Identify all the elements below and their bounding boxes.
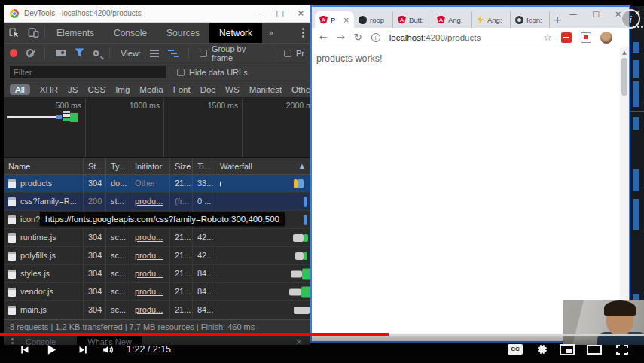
- filter-input[interactable]: [10, 66, 166, 78]
- devtools-tab-sources[interactable]: Sources: [157, 23, 209, 43]
- preserve-log-checkbox[interactable]: [284, 50, 291, 57]
- scrollbar[interactable]: ▲: [620, 47, 629, 341]
- browser-minimize-button[interactable]: —: [569, 9, 578, 18]
- sort-ascending-icon[interactable]: ▲: [300, 158, 304, 174]
- column-header-st[interactable]: St...: [84, 158, 106, 174]
- type-filter-doc[interactable]: Doc: [200, 85, 215, 94]
- request-row-products[interactable]: products304do...Other21...33...: [4, 175, 310, 193]
- fullscreen-button[interactable]: [615, 342, 630, 357]
- type-filter-media[interactable]: Media: [139, 85, 163, 94]
- tab-close-icon[interactable]: ×: [343, 16, 349, 24]
- fullscreen-icon: [616, 345, 628, 355]
- type-filter-font[interactable]: Font: [173, 85, 191, 94]
- captions-button[interactable]: CC: [508, 342, 523, 357]
- devtools-tab-elements[interactable]: Elements: [47, 23, 104, 43]
- settings-gear-icon[interactable]: [534, 342, 549, 357]
- type-filter-img[interactable]: Img: [115, 85, 130, 94]
- hide-data-urls-checkbox[interactable]: [177, 69, 185, 76]
- device-toolbar-icon[interactable]: [23, 23, 43, 43]
- type-filter-other[interactable]: Other: [291, 85, 310, 94]
- request-initiator-cell[interactable]: produ...: [130, 193, 170, 210]
- previous-video-button[interactable]: [17, 342, 32, 357]
- request-row-css-family-R-[interactable]: css?family=R...200st...produ...(fr...0 .…: [4, 193, 310, 211]
- type-filter-all[interactable]: All: [10, 84, 30, 95]
- view-list-icon[interactable]: [150, 50, 160, 57]
- column-header-ti[interactable]: Ti...: [193, 158, 215, 174]
- browser-tab-roop[interactable]: roop: [354, 11, 393, 28]
- browser-tab-p[interactable]: P×: [315, 11, 354, 28]
- devtools-close-button[interactable]: ×: [298, 8, 304, 18]
- capture-screenshots-icon[interactable]: [56, 50, 66, 56]
- extension-icon-red[interactable]: [561, 32, 572, 43]
- type-filter-ws[interactable]: WS: [225, 85, 240, 94]
- forward-icon[interactable]: →: [337, 32, 345, 42]
- request-row-polyfills-js[interactable]: polyfills.js304sc...produ...21...42...: [4, 247, 310, 265]
- group-by-frame-checkbox[interactable]: [200, 50, 207, 57]
- column-header-ty[interactable]: Ty...: [106, 158, 130, 174]
- new-tab-button[interactable]: +: [550, 11, 565, 28]
- request-initiator-cell[interactable]: produ...: [130, 301, 170, 319]
- play-button[interactable]: [44, 342, 59, 357]
- scrollbar-up-arrow[interactable]: ▲: [620, 47, 629, 56]
- column-header-size[interactable]: Size: [170, 158, 193, 174]
- type-filter-manifest[interactable]: Manifest: [249, 85, 282, 94]
- request-initiator-cell[interactable]: produ...: [130, 247, 170, 264]
- column-header-waterfall[interactable]: Waterfall▲: [215, 158, 310, 174]
- request-row-styles-js[interactable]: styles.js304sc...produ...21...84...: [4, 265, 310, 283]
- view-waterfall-icon[interactable]: [168, 50, 178, 57]
- group-by-frame-option[interactable]: Group by frame: [200, 44, 262, 63]
- reload-icon[interactable]: ↻: [354, 32, 362, 42]
- devtools-tab-network[interactable]: Network: [209, 23, 262, 43]
- column-header-initiator[interactable]: Initiator: [130, 158, 170, 174]
- type-filter-js[interactable]: JS: [68, 85, 78, 94]
- filter-funnel-icon[interactable]: [75, 47, 84, 60]
- network-overview-timeline[interactable]: 500 ms1000 ms1500 ms2000 ms: [4, 98, 310, 158]
- devtools-tab-console[interactable]: Console: [104, 23, 157, 43]
- browser-tab-icon[interactable]: Icon:: [511, 11, 550, 28]
- devtools-minimize-button[interactable]: —: [254, 8, 262, 18]
- devtools-maximize-button[interactable]: □: [276, 8, 283, 18]
- bookmark-star-icon[interactable]: ☆: [543, 32, 552, 42]
- url-field[interactable]: localhost:4200/products: [389, 33, 535, 42]
- type-filter-xhr[interactable]: XHR: [40, 85, 58, 94]
- request-row-icon-[interactable]: icon?https://fonts.googleapis.com/css?fa…: [4, 211, 310, 229]
- column-header-name[interactable]: Name: [4, 158, 84, 174]
- type-filter-css[interactable]: CSS: [87, 85, 105, 94]
- browser-tab-ang[interactable]: Ang.: [432, 11, 472, 28]
- request-name: main.js: [20, 301, 47, 319]
- browser-tab-butt[interactable]: Butt:: [393, 11, 432, 28]
- next-video-button[interactable]: [75, 342, 90, 357]
- page-text: products works!: [316, 53, 383, 64]
- volume-icon[interactable]: [100, 342, 115, 357]
- request-row-vendor-js[interactable]: vendor.js304sc...produ...21...84...: [4, 283, 310, 301]
- extension-icon-box[interactable]: [581, 32, 591, 43]
- request-initiator-cell[interactable]: produ...: [130, 265, 170, 282]
- theater-icon: [587, 345, 602, 355]
- profile-avatar[interactable]: [600, 32, 612, 44]
- network-request-table: NameSt...Ty...InitiatorSizeTi...Waterfal…: [4, 158, 310, 319]
- theater-mode-button[interactable]: [587, 342, 602, 357]
- scrollbar-thumb[interactable]: [621, 58, 627, 96]
- clear-network-log-button[interactable]: [26, 49, 34, 57]
- miniplayer-button[interactable]: [560, 342, 575, 357]
- browser-tab-ang[interactable]: Ang:: [472, 11, 511, 28]
- video-info-card-button[interactable]: i: [621, 9, 640, 29]
- request-name-cell: vendor.js: [4, 283, 84, 300]
- request-initiator-cell[interactable]: produ...: [130, 229, 170, 246]
- request-status-cell: 200: [84, 193, 106, 210]
- request-row-main-js[interactable]: main.js304sc...produ...21...84...: [4, 301, 310, 319]
- request-row-runtime-js[interactable]: runtime.js304sc...produ...21...42...: [4, 229, 310, 247]
- request-initiator-cell[interactable]: produ...: [130, 283, 170, 300]
- preserve-log-option[interactable]: Pr: [284, 49, 304, 58]
- record-network-log-button[interactable]: [10, 49, 17, 57]
- search-icon[interactable]: [93, 50, 99, 56]
- request-status-cell: 304: [84, 229, 106, 246]
- hide-data-urls-option[interactable]: Hide data URLs: [177, 68, 248, 77]
- more-panels-chevron[interactable]: »: [262, 23, 279, 43]
- page-info-icon[interactable]: i: [371, 33, 380, 42]
- back-icon[interactable]: ←: [319, 32, 328, 42]
- browser-maximize-button[interactable]: □: [592, 9, 600, 18]
- timeline-gridline: [242, 98, 243, 157]
- inspect-element-icon[interactable]: [4, 23, 23, 43]
- devtools-menu-button[interactable]: [296, 23, 310, 43]
